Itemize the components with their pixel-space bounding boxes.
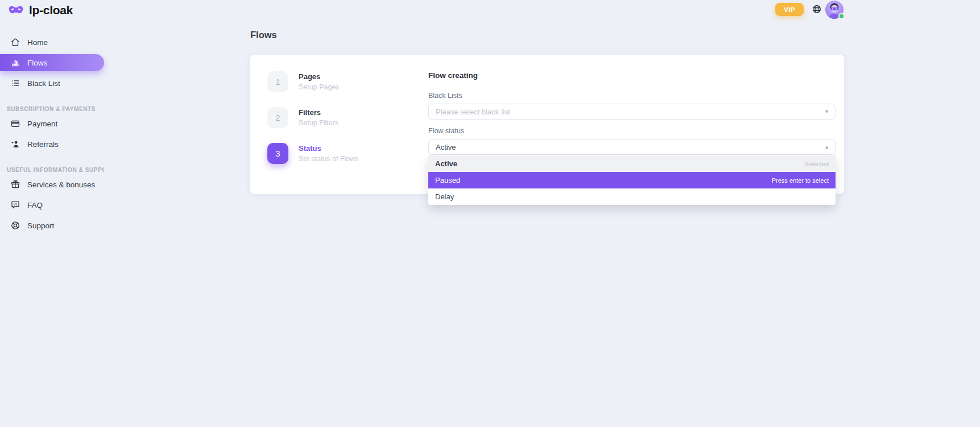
option-hint: Selected xyxy=(804,161,829,167)
option-active[interactable]: Active Selected xyxy=(428,155,836,172)
black-lists-label: Black Lists xyxy=(428,92,836,100)
flow-status-label: Flow status xyxy=(428,127,836,135)
step-title: Status xyxy=(299,143,359,153)
sidebar-section-title: SUBSCRIPTION & PAYMENTS xyxy=(0,105,104,113)
flow-status-select[interactable]: Active ▴ xyxy=(428,139,836,155)
online-status-dot xyxy=(838,13,845,19)
avatar[interactable] xyxy=(825,1,843,19)
chevron-up-icon: ▴ xyxy=(825,144,828,150)
sidebar-item-label: Home xyxy=(27,38,48,47)
sidebar-item-label: Black List xyxy=(27,79,60,88)
step-number-badge: 2 xyxy=(267,107,288,128)
globe-icon[interactable] xyxy=(812,4,822,14)
sidebar-item-flows[interactable]: Flows xyxy=(0,54,104,71)
referrals-icon xyxy=(10,139,20,149)
black-lists-select[interactable]: Please select black list ▾ xyxy=(428,104,836,120)
payment-icon xyxy=(10,118,20,129)
page-title: Flows xyxy=(250,30,277,40)
sidebar: Home Flows Black List SUBSCRIPTION & PAY… xyxy=(0,32,104,236)
black-list-icon xyxy=(10,78,20,88)
option-paused[interactable]: Paused Press enter to select xyxy=(428,172,836,188)
step-number-badge: 3 xyxy=(267,143,288,164)
sidebar-item-label: Flows xyxy=(27,59,47,67)
faq-icon: ?! xyxy=(10,200,20,210)
black-lists-placeholder: Please select black list xyxy=(436,108,510,116)
app-logo[interactable]: lp-cloak xyxy=(7,3,73,17)
sidebar-item-referrals[interactable]: Referrals xyxy=(0,134,104,154)
option-hint: Press enter to select xyxy=(772,177,829,184)
flow-status-dropdown: Active Selected Paused Press enter to se… xyxy=(428,155,836,205)
sidebar-item-label: FAQ xyxy=(27,201,43,210)
vip-button[interactable]: VIP xyxy=(775,3,804,16)
gift-icon xyxy=(10,179,20,190)
wizard-step-filters[interactable]: 2 Filters Setup Filters xyxy=(267,107,411,128)
sidebar-item-services-bonuses[interactable]: Services & bonuses xyxy=(0,174,104,195)
step-number-badge: 1 xyxy=(267,71,288,92)
wizard-steps: 1 Pages Setup Pages 2 Filters Setup Filt… xyxy=(250,55,411,194)
chevron-down-icon: ▾ xyxy=(825,109,828,114)
wizard-step-status[interactable]: 3 Status Set status of Flows xyxy=(267,143,411,164)
sidebar-item-black-list[interactable]: Black List xyxy=(0,73,104,93)
flows-icon xyxy=(10,58,20,68)
sidebar-item-faq[interactable]: ?! FAQ xyxy=(0,195,104,215)
flow-creating-form: Flow creating Black Lists Please select … xyxy=(411,55,844,194)
sidebar-item-label: Services & bonuses xyxy=(27,180,95,189)
step-title: Filters xyxy=(299,107,338,117)
sidebar-item-label: Payment xyxy=(27,120,57,128)
sidebar-item-payment[interactable]: Payment xyxy=(0,113,104,134)
sidebar-item-home[interactable]: Home xyxy=(0,32,104,52)
sidebar-item-label: Referrals xyxy=(27,140,59,149)
step-subtitle: Setup Pages xyxy=(299,83,340,91)
flow-creating-card: 1 Pages Setup Pages 2 Filters Setup Filt… xyxy=(250,55,844,194)
step-subtitle: Setup Filters xyxy=(299,119,338,127)
sidebar-item-support[interactable]: Support xyxy=(0,215,104,236)
sidebar-section-title: USEFUL INFORMATION & SUPPORT xyxy=(0,166,104,174)
sidebar-item-label: Support xyxy=(27,221,54,230)
app-name: lp-cloak xyxy=(29,3,73,17)
step-title: Pages xyxy=(299,71,340,81)
step-subtitle: Set status of Flows xyxy=(299,155,359,163)
form-title: Flow creating xyxy=(428,71,836,80)
svg-text:?!: ?! xyxy=(14,202,17,206)
home-icon xyxy=(10,37,20,47)
flow-status-value: Active xyxy=(436,143,456,151)
option-delay[interactable]: Delay xyxy=(428,188,836,205)
mask-logo-icon xyxy=(7,3,24,17)
wizard-step-pages[interactable]: 1 Pages Setup Pages xyxy=(267,71,411,92)
lifebuoy-icon xyxy=(10,220,20,231)
